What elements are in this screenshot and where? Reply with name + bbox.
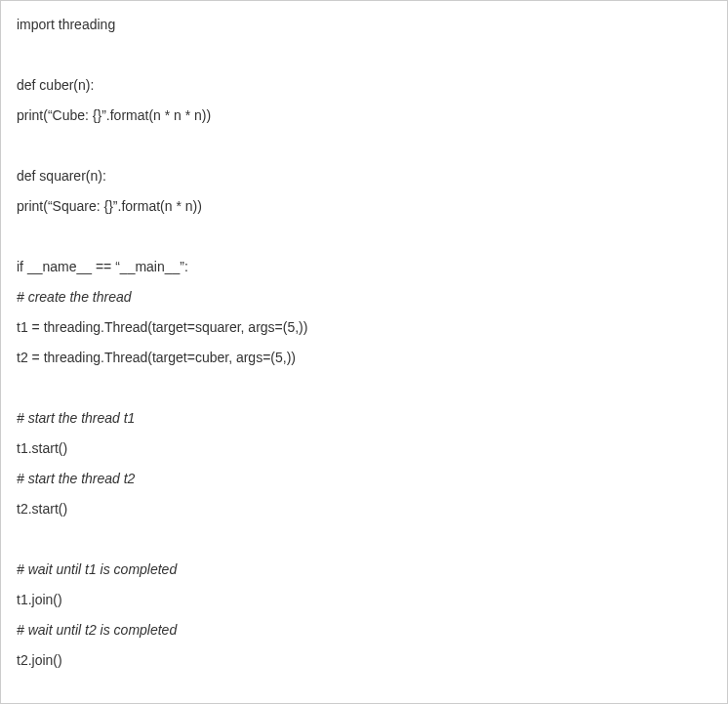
code-line <box>17 681 711 701</box>
code-line: t2.start() <box>17 499 711 519</box>
code-line: # wait until t1 is completed <box>17 559 711 580</box>
code-line: def cuber(n): <box>17 75 711 96</box>
code-line: # create the thread <box>17 287 711 308</box>
code-line: # start the thread t2 <box>17 469 711 489</box>
code-line <box>17 378 711 398</box>
code-line: t2.join() <box>17 650 711 671</box>
code-line: t1.start() <box>17 438 711 459</box>
code-line: # start the thread t1 <box>17 408 711 429</box>
code-line: t1.join() <box>17 590 711 610</box>
code-line <box>17 529 711 550</box>
code-line: if __name__ == “__main__”: <box>17 257 711 277</box>
code-line <box>17 136 711 156</box>
code-line: t2 = threading.Thread(target=cuber, args… <box>17 348 711 368</box>
code-content: import threadingdef cuber(n):print(“Cube… <box>17 15 711 704</box>
code-line <box>17 45 711 65</box>
code-line <box>17 227 711 247</box>
code-line: import threading <box>17 15 711 35</box>
code-block: import threadingdef cuber(n):print(“Cube… <box>0 0 728 704</box>
code-line: t1 = threading.Thread(target=squarer, ar… <box>17 317 711 338</box>
code-line: print(“Cube: {}”.format(n * n * n)) <box>17 105 711 126</box>
code-line: def squarer(n): <box>17 166 711 186</box>
code-line: print(“Square: {}”.format(n * n)) <box>17 196 711 217</box>
code-line: # wait until t2 is completed <box>17 620 711 641</box>
